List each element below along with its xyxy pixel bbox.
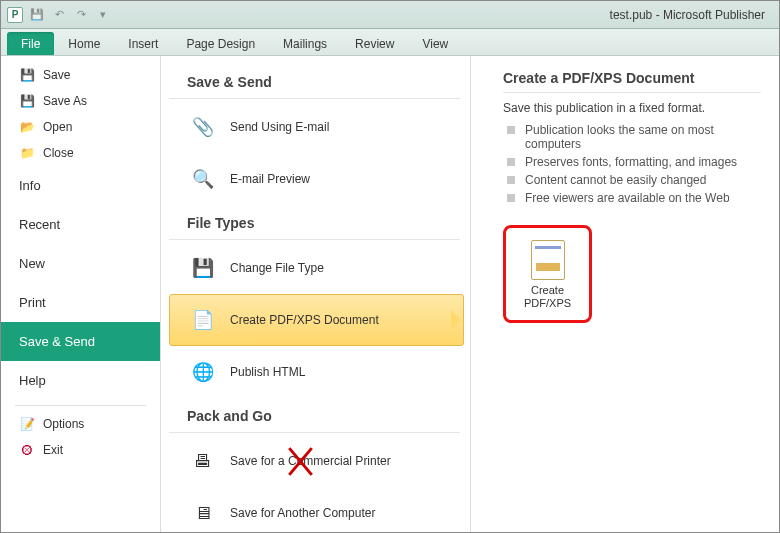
pdf-xps-icon: 📄 — [188, 305, 218, 335]
nav-save-send[interactable]: Save & Send — [1, 322, 160, 361]
item-label: Save for a Commercial Printer — [230, 454, 391, 468]
tab-mailings[interactable]: Mailings — [269, 32, 341, 55]
nav-new[interactable]: New — [1, 244, 160, 283]
nav-label: Info — [19, 178, 41, 193]
nav-save[interactable]: 💾Save — [1, 62, 160, 88]
create-pdf-xps-large-icon — [531, 240, 565, 280]
section-save-send: Save & Send — [169, 64, 460, 99]
title-bar: P 💾 ↶ ↷ ▾ test.pub - Microsoft Publisher — [1, 1, 779, 29]
nav-options[interactable]: 📝Options — [1, 411, 160, 437]
nav-save-as[interactable]: 💾Save As — [1, 88, 160, 114]
section-file-types: File Types — [169, 205, 460, 240]
commercial-printer-icon: 🖶 — [188, 446, 218, 476]
section-pack-and-go: Pack and Go — [169, 398, 460, 433]
create-pdf-xps-button[interactable]: CreatePDF/XPS — [518, 236, 577, 314]
feature-bullet: Preserves fonts, formatting, and images — [503, 153, 761, 171]
item-send-email[interactable]: 📎 Send Using E-mail — [169, 101, 464, 153]
nav-label: Save — [43, 68, 70, 82]
nav-recent[interactable]: Recent — [1, 205, 160, 244]
nav-label: Help — [19, 373, 46, 388]
email-preview-icon: 🔍 — [188, 164, 218, 194]
nav-info[interactable]: Info — [1, 166, 160, 205]
save-as-icon: 💾 — [19, 93, 35, 109]
item-label: Change File Type — [230, 261, 324, 275]
nav-exit[interactable]: ⮿Exit — [1, 437, 160, 463]
item-label: E-mail Preview — [230, 172, 310, 186]
highlight-annotation: CreatePDF/XPS — [503, 225, 592, 323]
change-file-type-icon: 💾 — [188, 253, 218, 283]
right-heading: Create a PDF/XPS Document — [503, 70, 761, 93]
feature-bullet: Content cannot be easily changed — [503, 171, 761, 189]
item-label: Save for Another Computer — [230, 506, 375, 520]
ribbon-tabs: File Home Insert Page Design Mailings Re… — [1, 29, 779, 56]
nav-label: Exit — [43, 443, 63, 457]
tab-review[interactable]: Review — [341, 32, 408, 55]
nav-close[interactable]: 📁Close — [1, 140, 160, 166]
nav-print[interactable]: Print — [1, 283, 160, 322]
tab-file[interactable]: File — [7, 32, 54, 55]
qat-dropdown-icon[interactable]: ▾ — [95, 7, 111, 23]
item-email-preview[interactable]: 🔍 E-mail Preview — [169, 153, 464, 205]
right-description: Save this publication in a fixed format. — [503, 101, 761, 115]
options-icon: 📝 — [19, 416, 35, 432]
item-label: Publish HTML — [230, 365, 305, 379]
nav-label: Recent — [19, 217, 60, 232]
close-icon: 📁 — [19, 145, 35, 161]
nav-label: New — [19, 256, 45, 271]
nav-help[interactable]: Help — [1, 361, 160, 400]
nav-label: Open — [43, 120, 72, 134]
publish-html-icon: 🌐 — [188, 357, 218, 387]
nav-label: Print — [19, 295, 46, 310]
qat-save-icon[interactable]: 💾 — [29, 7, 45, 23]
item-label: Send Using E-mail — [230, 120, 329, 134]
feature-list: Publication looks the same on most compu… — [503, 121, 761, 207]
tab-view[interactable]: View — [408, 32, 462, 55]
item-save-another-computer[interactable]: 🖥 Save for Another Computer — [169, 487, 464, 533]
nav-label: Options — [43, 417, 84, 431]
another-computer-icon: 🖥 — [188, 498, 218, 528]
item-label: Create PDF/XPS Document — [230, 313, 379, 327]
backstage-nav: 💾Save 💾Save As 📂Open 📁Close Info Recent … — [1, 56, 161, 532]
backstage-right: Create a PDF/XPS Document Save this publ… — [471, 56, 779, 532]
item-publish-html[interactable]: 🌐 Publish HTML — [169, 346, 464, 398]
action-label: CreatePDF/XPS — [524, 284, 571, 310]
feature-bullet: Publication looks the same on most compu… — [503, 121, 761, 153]
app-icon: P — [7, 7, 23, 23]
tab-home[interactable]: Home — [54, 32, 114, 55]
tab-page-design[interactable]: Page Design — [172, 32, 269, 55]
feature-bullet: Free viewers are available on the Web — [503, 189, 761, 207]
nav-label: Save & Send — [19, 334, 95, 349]
save-icon: 💾 — [19, 67, 35, 83]
item-save-commercial-printer[interactable]: 🖶 Save for a Commercial Printer — [169, 435, 464, 487]
nav-separator — [15, 405, 146, 406]
backstage-middle: Save & Send 📎 Send Using E-mail 🔍 E-mail… — [161, 56, 471, 532]
nav-label: Save As — [43, 94, 87, 108]
exit-icon: ⮿ — [19, 442, 35, 458]
nav-label: Close — [43, 146, 74, 160]
qat-redo-icon[interactable]: ↷ — [73, 7, 89, 23]
qat-undo-icon[interactable]: ↶ — [51, 7, 67, 23]
quick-access-toolbar: 💾 ↶ ↷ ▾ — [29, 7, 111, 23]
window-title: test.pub - Microsoft Publisher — [111, 8, 773, 22]
backstage: 💾Save 💾Save As 📂Open 📁Close Info Recent … — [1, 56, 779, 532]
nav-open[interactable]: 📂Open — [1, 114, 160, 140]
tab-insert[interactable]: Insert — [114, 32, 172, 55]
open-icon: 📂 — [19, 119, 35, 135]
item-change-file-type[interactable]: 💾 Change File Type — [169, 242, 464, 294]
email-icon: 📎 — [188, 112, 218, 142]
item-create-pdf-xps[interactable]: 📄 Create PDF/XPS Document — [169, 294, 464, 346]
